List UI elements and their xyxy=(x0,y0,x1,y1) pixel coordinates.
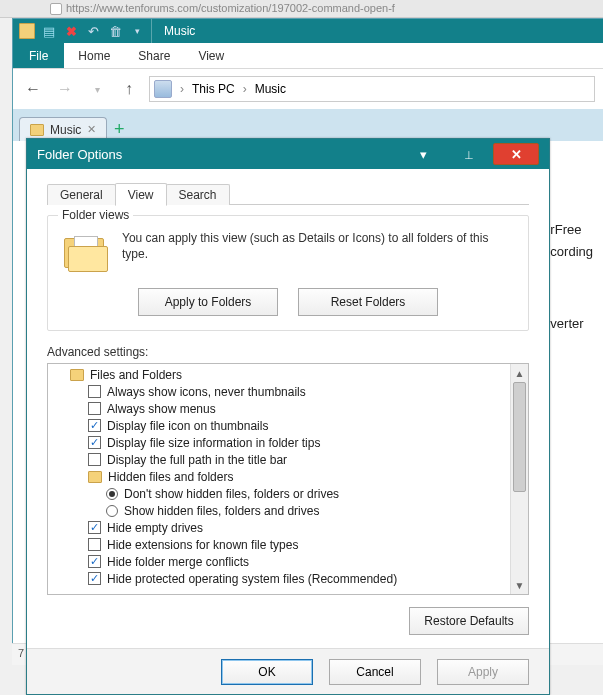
restore-defaults-button[interactable]: Restore Defaults xyxy=(409,607,529,635)
delete-icon[interactable]: ✖ xyxy=(63,23,79,39)
dialog-title: Folder Options xyxy=(37,147,122,162)
file-list-partial: erFree ecording nverter xyxy=(543,219,599,335)
folder-icon[interactable] xyxy=(19,23,35,39)
ribbon-tab-share[interactable]: Share xyxy=(124,43,184,68)
opt-hide-extensions[interactable]: Hide extensions for known file types xyxy=(52,536,508,553)
scroll-track[interactable] xyxy=(511,382,528,576)
opt-show-hidden[interactable]: Show hidden files, folders and drives xyxy=(52,502,508,519)
scroll-down-icon[interactable]: ▼ xyxy=(511,576,528,594)
up-button[interactable]: ↑ xyxy=(117,77,141,101)
folder-views-desc: You can apply this view (such as Details… xyxy=(122,230,514,278)
checkbox[interactable] xyxy=(88,572,101,585)
radio[interactable] xyxy=(106,488,118,500)
browser-address-bar: https://www.tenforums.com/customization/… xyxy=(0,0,603,18)
folder-views-icon xyxy=(62,230,110,278)
close-button[interactable]: ✕ xyxy=(493,143,539,165)
ribbon-tabs: File Home Share View xyxy=(13,43,603,69)
advanced-settings-label: Advanced settings: xyxy=(47,345,529,359)
group-legend: Folder views xyxy=(58,208,133,222)
back-button[interactable]: ← xyxy=(21,77,45,101)
ok-button[interactable]: OK xyxy=(221,659,313,685)
apply-to-folders-button[interactable]: Apply to Folders xyxy=(138,288,278,316)
undo-icon[interactable]: ↶ xyxy=(85,23,101,39)
collapse-icon[interactable]: ▾ xyxy=(401,143,445,165)
dialog-body: General View Search Folder views You can… xyxy=(27,169,549,648)
folder-icon xyxy=(88,471,102,483)
apply-button[interactable]: Apply xyxy=(437,659,529,685)
scrollbar[interactable]: ▲ ▼ xyxy=(510,364,528,594)
recent-dropdown-icon[interactable]: ▾ xyxy=(85,77,109,101)
qat-dropdown-icon[interactable]: ▾ xyxy=(129,23,145,39)
reset-folders-button[interactable]: Reset Folders xyxy=(298,288,438,316)
opt-always-icons[interactable]: Always show icons, never thumbnails xyxy=(52,383,508,400)
checkbox[interactable] xyxy=(88,436,101,449)
folder-icon xyxy=(70,369,84,381)
folder-options-dialog: Folder Options ▾ ⟂ ✕ General View Search… xyxy=(26,138,550,695)
forward-button[interactable]: → xyxy=(53,77,77,101)
breadcrumb[interactable]: › This PC › Music xyxy=(149,76,595,102)
checkbox[interactable] xyxy=(88,538,101,551)
tree-group-hidden: Hidden files and folders xyxy=(52,468,508,485)
opt-dont-show-hidden[interactable]: Don't show hidden files, folders or driv… xyxy=(52,485,508,502)
breadcrumb-music[interactable]: Music xyxy=(255,82,286,96)
opt-hide-empty-drives[interactable]: Hide empty drives xyxy=(52,519,508,536)
breadcrumb-this-pc[interactable]: This PC xyxy=(192,82,235,96)
radio[interactable] xyxy=(106,505,118,517)
opt-hide-os-files[interactable]: Hide protected operating system files (R… xyxy=(52,570,508,587)
tree-group-files: Files and Folders xyxy=(52,366,508,383)
checkbox[interactable] xyxy=(88,419,101,432)
opt-always-menus[interactable]: Always show menus xyxy=(52,400,508,417)
list-item[interactable]: erFree xyxy=(543,219,599,241)
folder-views-group: Folder views You can apply this view (su… xyxy=(47,215,529,331)
document-tab-bar: Music ✕ + xyxy=(13,109,603,141)
advanced-settings-tree[interactable]: Files and Folders Always show icons, nev… xyxy=(47,363,529,595)
lock-icon xyxy=(50,3,62,15)
dialog-footer: OK Cancel Apply xyxy=(27,648,549,694)
opt-icon-thumbnails[interactable]: Display file icon on thumbnails xyxy=(52,417,508,434)
explorer-titlebar: ▤ ✖ ↶ 🗑 ▾ Music xyxy=(13,19,603,43)
checkbox[interactable] xyxy=(88,521,101,534)
checkbox[interactable] xyxy=(88,453,101,466)
tab-general[interactable]: General xyxy=(47,184,116,205)
scroll-thumb[interactable] xyxy=(513,382,526,492)
tab-view[interactable]: View xyxy=(115,183,167,206)
tab-search[interactable]: Search xyxy=(166,184,230,205)
ribbon-tab-home[interactable]: Home xyxy=(64,43,124,68)
close-tab-icon[interactable]: ✕ xyxy=(87,123,96,136)
checkbox[interactable] xyxy=(88,385,101,398)
opt-full-path-title[interactable]: Display the full path in the title bar xyxy=(52,451,508,468)
checkbox[interactable] xyxy=(88,402,101,415)
scroll-up-icon[interactable]: ▲ xyxy=(511,364,528,382)
list-item[interactable]: nverter xyxy=(543,313,599,335)
properties-icon[interactable]: ▤ xyxy=(41,23,57,39)
window-title: Music xyxy=(151,19,207,43)
ribbon-tab-file[interactable]: File xyxy=(13,43,64,68)
pin-icon[interactable]: ⟂ xyxy=(447,143,491,165)
ribbon-tab-view[interactable]: View xyxy=(184,43,238,68)
folder-icon xyxy=(30,124,44,136)
nav-row: ← → ▾ ↑ › This PC › Music xyxy=(13,69,603,109)
opt-hide-merge-conflicts[interactable]: Hide folder merge conflicts xyxy=(52,553,508,570)
cancel-button[interactable]: Cancel xyxy=(329,659,421,685)
chevron-right-icon[interactable]: › xyxy=(239,82,251,96)
list-item[interactable]: ecording xyxy=(543,241,599,263)
opt-file-size-tips[interactable]: Display file size information in folder … xyxy=(52,434,508,451)
checkbox[interactable] xyxy=(88,555,101,568)
recycle-icon[interactable]: 🗑 xyxy=(107,23,123,39)
document-tab-label: Music xyxy=(50,123,81,137)
pc-icon xyxy=(154,80,172,98)
options-tab-strip: General View Search xyxy=(47,183,529,205)
dialog-titlebar[interactable]: Folder Options ▾ ⟂ ✕ xyxy=(27,139,549,169)
chevron-right-icon[interactable]: › xyxy=(176,82,188,96)
